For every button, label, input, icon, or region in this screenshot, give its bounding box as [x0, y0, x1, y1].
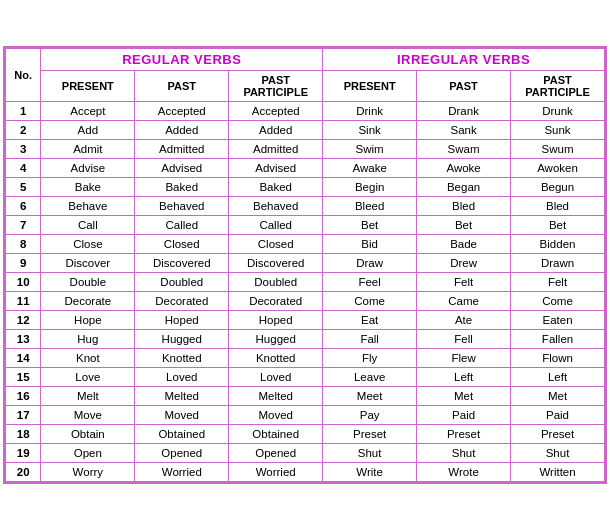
reg-present: Knot	[41, 348, 135, 367]
irr-past-header: PAST	[417, 70, 511, 101]
reg-pastpart: Opened	[229, 443, 323, 462]
irr-present: Pay	[323, 405, 417, 424]
table-row: 2AddAddedAddedSinkSankSunk	[6, 120, 605, 139]
irr-past: Wrote	[417, 462, 511, 481]
table-row: 20WorryWorriedWorriedWriteWroteWritten	[6, 462, 605, 481]
table-row: 11DecorateDecoratedDecoratedComeCameCome	[6, 291, 605, 310]
irr-present: Swim	[323, 139, 417, 158]
reg-present: Admit	[41, 139, 135, 158]
irr-pastpart: Begun	[511, 177, 605, 196]
reg-past: Knotted	[135, 348, 229, 367]
no-header: No.	[6, 48, 41, 101]
irr-pastpart: Swum	[511, 139, 605, 158]
row-number: 7	[6, 215, 41, 234]
irr-past: Left	[417, 367, 511, 386]
reg-pastpart: Hugged	[229, 329, 323, 348]
irregular-verbs-header: IRREGULAR VERBS	[323, 48, 605, 70]
irr-present: Leave	[323, 367, 417, 386]
row-number: 4	[6, 158, 41, 177]
table-row: 9DiscoverDiscoveredDiscoveredDrawDrewDra…	[6, 253, 605, 272]
verb-table: No. REGULAR VERBS IRREGULAR VERBS PRESEN…	[3, 46, 607, 484]
table-row: 12HopeHopedHopedEatAteEaten	[6, 310, 605, 329]
irr-past: Came	[417, 291, 511, 310]
irr-past: Bled	[417, 196, 511, 215]
table-row: 16MeltMeltedMeltedMeetMetMet	[6, 386, 605, 405]
row-number: 16	[6, 386, 41, 405]
reg-past-header: PAST	[135, 70, 229, 101]
irr-present: Bid	[323, 234, 417, 253]
table-row: 17MoveMovedMovedPayPaidPaid	[6, 405, 605, 424]
reg-present: Advise	[41, 158, 135, 177]
reg-pastpart: Advised	[229, 158, 323, 177]
irr-pastpart: Shut	[511, 443, 605, 462]
row-number: 10	[6, 272, 41, 291]
reg-pastpart: Doubled	[229, 272, 323, 291]
reg-past: Admitted	[135, 139, 229, 158]
reg-present: Decorate	[41, 291, 135, 310]
reg-pastpart: Baked	[229, 177, 323, 196]
reg-pastpart: Loved	[229, 367, 323, 386]
reg-past: Decorated	[135, 291, 229, 310]
row-number: 15	[6, 367, 41, 386]
irr-pastpart-header: PAST PARTICIPLE	[511, 70, 605, 101]
row-number: 12	[6, 310, 41, 329]
reg-pastpart: Discovered	[229, 253, 323, 272]
table-row: 15LoveLovedLovedLeaveLeftLeft	[6, 367, 605, 386]
reg-pastpart: Behaved	[229, 196, 323, 215]
reg-past: Discovered	[135, 253, 229, 272]
reg-past: Hugged	[135, 329, 229, 348]
reg-present: Behave	[41, 196, 135, 215]
reg-pastpart: Accepted	[229, 101, 323, 120]
table-row: 1AcceptAcceptedAcceptedDrinkDrankDrunk	[6, 101, 605, 120]
reg-present: Double	[41, 272, 135, 291]
irr-present: Draw	[323, 253, 417, 272]
row-number: 5	[6, 177, 41, 196]
reg-past: Behaved	[135, 196, 229, 215]
row-number: 11	[6, 291, 41, 310]
reg-past: Loved	[135, 367, 229, 386]
table-row: 13HugHuggedHuggedFallFellFallen	[6, 329, 605, 348]
irr-pastpart: Bled	[511, 196, 605, 215]
irr-pastpart: Awoken	[511, 158, 605, 177]
table-row: 19OpenOpenedOpenedShutShutShut	[6, 443, 605, 462]
reg-past: Added	[135, 120, 229, 139]
reg-pastpart-header: PAST PARTICIPLE	[229, 70, 323, 101]
reg-past: Advised	[135, 158, 229, 177]
reg-present: Add	[41, 120, 135, 139]
reg-past: Worried	[135, 462, 229, 481]
irr-present: Fly	[323, 348, 417, 367]
table-row: 10DoubleDoubledDoubledFeelFeltFelt	[6, 272, 605, 291]
table-row: 18ObtainObtainedObtainedPresetPresetPres…	[6, 424, 605, 443]
reg-present: Melt	[41, 386, 135, 405]
row-number: 17	[6, 405, 41, 424]
reg-present: Love	[41, 367, 135, 386]
reg-past: Hoped	[135, 310, 229, 329]
reg-pastpart: Decorated	[229, 291, 323, 310]
irr-pastpart: Fallen	[511, 329, 605, 348]
reg-present: Open	[41, 443, 135, 462]
irr-past: Bet	[417, 215, 511, 234]
irr-present: Drink	[323, 101, 417, 120]
irr-present: Eat	[323, 310, 417, 329]
irr-pastpart: Bet	[511, 215, 605, 234]
irr-present: Bleed	[323, 196, 417, 215]
irr-past: Ate	[417, 310, 511, 329]
irr-pastpart: Left	[511, 367, 605, 386]
table-row: 5BakeBakedBakedBeginBeganBegun	[6, 177, 605, 196]
irr-past: Awoke	[417, 158, 511, 177]
irr-past: Paid	[417, 405, 511, 424]
reg-past: Melted	[135, 386, 229, 405]
table-row: 6BehaveBehavedBehavedBleedBledBled	[6, 196, 605, 215]
reg-present: Call	[41, 215, 135, 234]
irr-present: Meet	[323, 386, 417, 405]
row-number: 9	[6, 253, 41, 272]
irr-past: Sank	[417, 120, 511, 139]
irr-present: Fall	[323, 329, 417, 348]
reg-past: Closed	[135, 234, 229, 253]
irr-pastpart: Written	[511, 462, 605, 481]
reg-present: Accept	[41, 101, 135, 120]
reg-past: Called	[135, 215, 229, 234]
irr-pastpart: Sunk	[511, 120, 605, 139]
reg-pastpart: Worried	[229, 462, 323, 481]
irr-pastpart: Eaten	[511, 310, 605, 329]
